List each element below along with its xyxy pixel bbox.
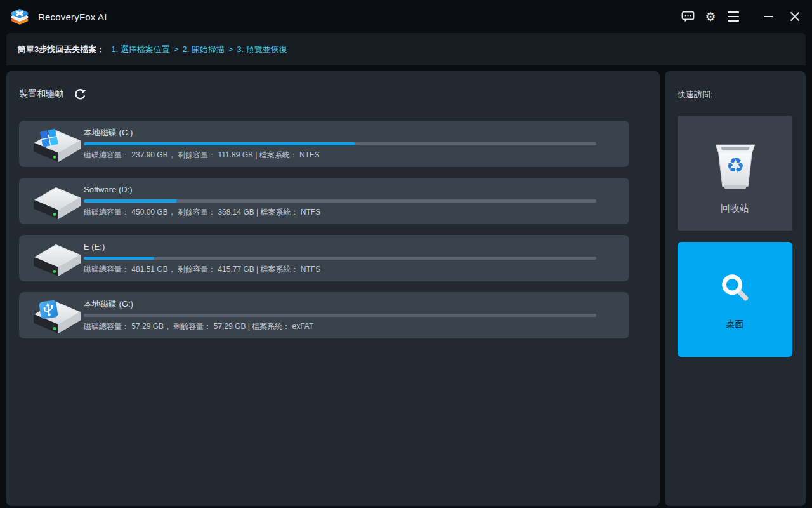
step-preview-recover[interactable]: 3. 預覽並恢復 (237, 44, 287, 55)
drive-list: 本地磁碟 (C:) 磁碟總容量： 237.90 GB， 剩餘容量： 111.89… (19, 121, 629, 349)
drive-info: 磁碟總容量： 450.00 GB， 剩餘容量： 368.14 GB | 檔案系統… (84, 208, 596, 217)
devices-section-header: 裝置和驅動 (19, 88, 86, 100)
feedback-chat-icon[interactable] (676, 0, 699, 33)
step-separator: > (228, 44, 233, 54)
titlebar-spacer (745, 17, 755, 17)
drive-card-g[interactable]: 本地磁碟 (G:) 磁碟總容量： 57.29 GB， 剩餘容量： 57.29 G… (19, 292, 629, 338)
step-start-scan[interactable]: 2. 開始掃描 (182, 44, 224, 55)
steps-bar: 簡單3步找回丟失檔案： 1. 選擇檔案位置 > 2. 開始掃描 > 3. 預覽並… (6, 33, 806, 65)
step-separator: > (174, 44, 179, 54)
windows-drive-icon (30, 124, 84, 164)
drive-usage-fill (84, 199, 177, 203)
drive-usage-bar (84, 257, 596, 260)
quick-access-title: 快速訪問: (678, 89, 713, 100)
devices-panel: 裝置和驅動 本地 (6, 71, 660, 506)
hard-drive-icon (30, 182, 84, 221)
hamburger-menu-icon[interactable] (722, 0, 745, 33)
close-icon[interactable] (782, 0, 808, 33)
steps-prefix: 簡單3步找回丟失檔案： (18, 44, 105, 55)
drive-card-body: E (E:) 磁碟總容量： 481.51 GB， 剩餘容量： 415.77 GB… (84, 242, 596, 274)
drive-card-d[interactable]: Software (D:) 磁碟總容量： 450.00 GB， 剩餘容量： 36… (19, 178, 629, 224)
recycle-bin-label: 回收站 (721, 203, 749, 215)
drive-usage-fill (84, 257, 154, 260)
drive-usage-fill (84, 142, 355, 145)
app-logo-icon (8, 4, 32, 29)
desktop-label: 桌面 (726, 319, 744, 330)
hard-drive-icon (30, 239, 84, 278)
refresh-icon[interactable] (74, 88, 86, 100)
minimize-icon[interactable] (755, 0, 782, 33)
step-select-location[interactable]: 1. 選擇檔案位置 (111, 44, 169, 55)
drive-card-body: Software (D:) 磁碟總容量： 450.00 GB， 剩餘容量： 36… (84, 185, 596, 217)
drive-card-e[interactable]: E (E:) 磁碟總容量： 481.51 GB， 剩餘容量： 415.77 GB… (19, 235, 629, 281)
drive-card-body: 本地磁碟 (G:) 磁碟總容量： 57.29 GB， 剩餘容量： 57.29 G… (84, 299, 596, 331)
search-magnifier-icon (716, 269, 755, 309)
drive-info: 磁碟總容量： 57.29 GB， 剩餘容量： 57.29 GB | 檔案系統： … (84, 322, 596, 331)
app-title: RecoveryFox AI (38, 11, 107, 22)
titlebar-actions: ⚙ (676, 0, 808, 33)
titlebar: RecoveryFox AI ⚙ (0, 0, 812, 33)
quick-access-desktop[interactable]: 桌面 (678, 242, 792, 357)
svg-text:♻: ♻ (726, 154, 744, 178)
drive-card-c[interactable]: 本地磁碟 (C:) 磁碟總容量： 237.90 GB， 剩餘容量： 111.89… (19, 121, 629, 167)
quick-access-panel: 快速訪問: ♻ 回收站 桌面 (665, 71, 806, 506)
drive-name: Software (D:) (84, 185, 596, 195)
drive-name: 本地磁碟 (G:) (84, 299, 596, 309)
quick-access-recycle-bin[interactable]: ♻ 回收站 (678, 116, 792, 231)
drive-usage-bar (84, 142, 596, 145)
drive-name: 本地磁碟 (C:) (84, 128, 596, 138)
devices-section-title: 裝置和驅動 (19, 88, 63, 100)
settings-gear-icon[interactable]: ⚙ (699, 0, 722, 33)
recycle-bin-icon: ♻ (705, 131, 766, 192)
drive-usage-bar (84, 314, 596, 317)
drive-name: E (E:) (84, 242, 596, 252)
drive-usage-bar (84, 199, 596, 203)
steps-links: 1. 選擇檔案位置 > 2. 開始掃描 > 3. 預覽並恢復 (111, 44, 287, 55)
drive-card-body: 本地磁碟 (C:) 磁碟總容量： 237.90 GB， 剩餘容量： 111.89… (84, 128, 596, 160)
drive-info: 磁碟總容量： 237.90 GB， 剩餘容量： 111.89 GB | 檔案系統… (84, 150, 596, 160)
usb-drive-icon (30, 296, 84, 335)
drive-info: 磁碟總容量： 481.51 GB， 剩餘容量： 415.77 GB | 檔案系統… (84, 265, 596, 274)
